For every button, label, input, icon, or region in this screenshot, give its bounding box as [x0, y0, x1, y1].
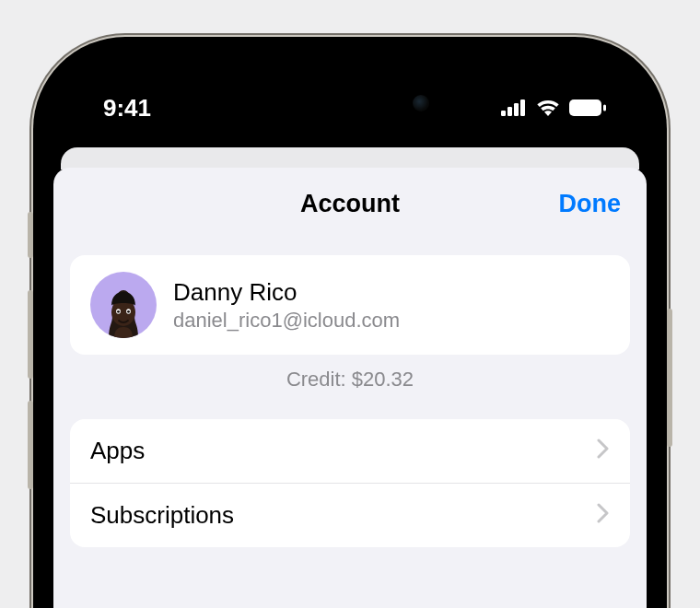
chevron-right-icon [597, 501, 610, 530]
row-label: Subscriptions [90, 501, 234, 530]
svg-rect-2 [514, 103, 519, 116]
battery-icon [569, 94, 606, 123]
phone-frame: 9:41 [33, 37, 667, 608]
status-time: 9:41 [103, 94, 151, 123]
credit-label: Credit: $20.32 [53, 355, 647, 419]
power-button [667, 309, 672, 447]
wifi-icon [536, 94, 560, 123]
cellular-icon [501, 94, 527, 123]
nav-bar: Account Done [53, 168, 647, 255]
profile-text: Danny Rico daniel_rico1@icloud.com [173, 278, 400, 333]
done-button[interactable]: Done [559, 190, 622, 218]
dynamic-island [258, 81, 442, 125]
volume-down-button [28, 401, 33, 489]
mute-switch [28, 212, 33, 258]
svg-rect-4 [569, 99, 601, 116]
background-sheet [61, 147, 639, 170]
svg-rect-0 [501, 111, 506, 116]
subscriptions-row[interactable]: Subscriptions [70, 484, 630, 547]
svg-rect-1 [508, 107, 512, 116]
avatar [90, 272, 157, 338]
svg-point-9 [117, 310, 120, 313]
row-label: Apps [90, 437, 145, 465]
svg-point-10 [127, 310, 130, 313]
svg-rect-5 [603, 104, 606, 111]
status-icons [501, 94, 606, 123]
profile-email: daniel_rico1@icloud.com [173, 309, 400, 333]
profile-card[interactable]: Danny Rico daniel_rico1@icloud.com [70, 255, 630, 355]
chevron-right-icon [597, 437, 610, 465]
apps-row[interactable]: Apps [70, 419, 630, 484]
account-sheet: Account Done [53, 168, 647, 608]
profile-name: Danny Rico [173, 278, 400, 307]
screen: 9:41 [52, 53, 648, 608]
svg-rect-3 [520, 99, 525, 116]
page-title: Account [300, 190, 400, 218]
front-camera [413, 95, 429, 111]
menu-list: Apps Subscriptions [70, 419, 630, 547]
volume-up-button [28, 290, 33, 379]
